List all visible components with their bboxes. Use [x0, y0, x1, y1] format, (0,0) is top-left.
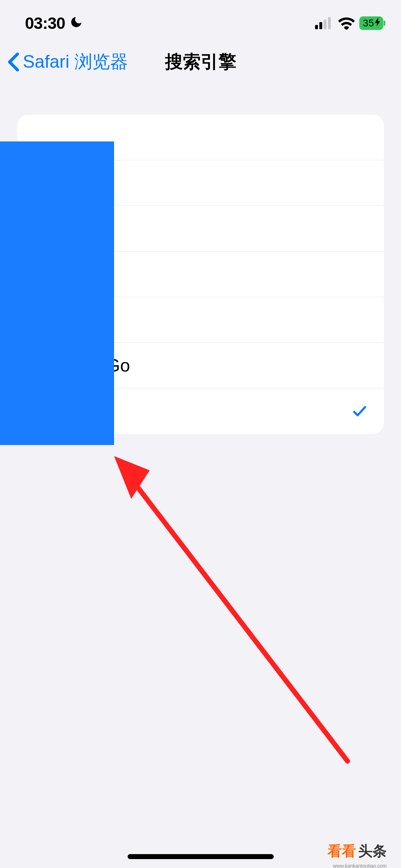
watermark-url: www.kankantoutiao.com	[333, 863, 387, 868]
page-title: 搜索引擎	[165, 50, 236, 74]
home-indicator[interactable]	[128, 854, 274, 859]
charging-icon	[375, 18, 380, 29]
do-not-disturb-icon	[70, 15, 83, 31]
checkmark-icon	[351, 403, 368, 419]
back-label: Safari 浏览器	[23, 50, 128, 74]
navigation-bar: Safari 浏览器 搜索引擎	[0, 36, 401, 84]
watermark: 看看 头条	[328, 841, 387, 861]
redaction-overlay	[0, 141, 114, 445]
status-right: 35	[315, 16, 383, 30]
battery-icon: 35	[359, 16, 383, 30]
svg-line-5	[125, 470, 348, 761]
watermark-brand-sub: 头条	[358, 841, 387, 861]
wifi-icon	[338, 17, 355, 30]
status-bar: 03:30 35	[0, 0, 401, 36]
back-button[interactable]: Safari 浏览器	[7, 50, 128, 74]
cellular-signal-icon	[315, 17, 334, 29]
svg-rect-2	[324, 20, 327, 29]
svg-rect-0	[315, 25, 318, 29]
chevron-left-icon	[7, 52, 20, 72]
svg-rect-3	[328, 17, 331, 29]
status-time: 03:30	[25, 14, 65, 33]
watermark-brand: 看看	[328, 841, 356, 861]
svg-marker-6	[114, 456, 150, 499]
svg-rect-1	[319, 22, 322, 29]
battery-level: 35	[363, 17, 374, 29]
status-left: 03:30	[25, 14, 83, 33]
